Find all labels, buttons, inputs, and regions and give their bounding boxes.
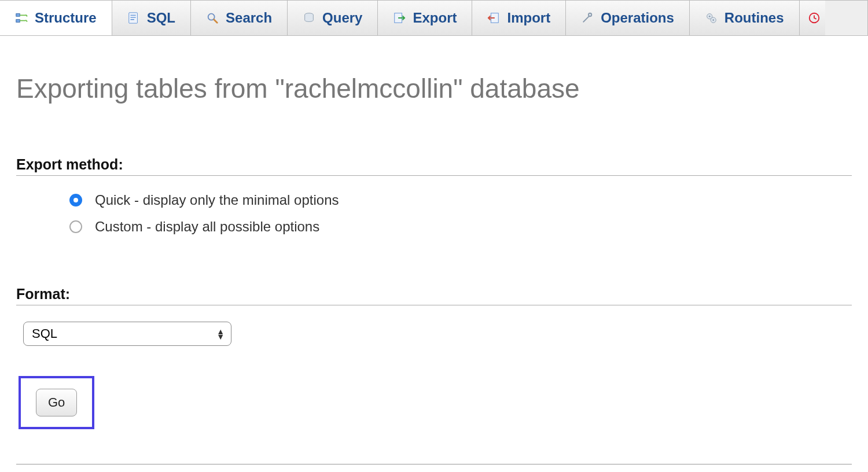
radio-input-custom[interactable] — [69, 220, 82, 233]
tab-sql[interactable]: SQL — [112, 1, 191, 35]
go-button-highlight: Go — [19, 376, 94, 429]
tab-label: Structure — [35, 10, 97, 26]
search-icon — [206, 12, 219, 24]
tab-label: Export — [413, 10, 457, 26]
tab-query[interactable]: Query — [288, 1, 378, 35]
page-title: Exporting tables from "rachelmccollin" d… — [16, 73, 852, 104]
footer-divider — [16, 464, 852, 464]
tab-label: Import — [507, 10, 550, 26]
svg-rect-0 — [16, 14, 20, 17]
structure-icon — [15, 12, 28, 24]
go-button[interactable]: Go — [36, 389, 77, 416]
tab-import[interactable]: Import — [472, 1, 566, 35]
svg-rect-2 — [128, 13, 137, 23]
tab-search[interactable]: Search — [191, 1, 288, 35]
svg-point-10 — [712, 19, 714, 21]
radio-custom[interactable]: Custom - display all possible options — [69, 219, 852, 235]
format-selected-value: SQL — [32, 326, 57, 341]
sql-icon — [127, 12, 140, 24]
routines-icon — [705, 12, 718, 24]
tab-bar: Structure SQL Search Query Export Import — [0, 0, 868, 36]
export-method-heading: Export method: — [16, 156, 852, 176]
tab-structure[interactable]: Structure — [0, 1, 112, 35]
svg-rect-1 — [16, 20, 20, 23]
tab-label: SQL — [147, 10, 175, 26]
radio-input-quick[interactable] — [69, 194, 82, 207]
export-icon — [393, 12, 406, 24]
tab-operations[interactable]: Operations — [566, 1, 690, 35]
main-content: Exporting tables from "rachelmccollin" d… — [0, 36, 868, 472]
tab-label: Search — [226, 10, 272, 26]
tab-label: Operations — [601, 10, 674, 26]
import-icon — [487, 12, 500, 24]
tab-label: Routines — [724, 10, 784, 26]
tab-more[interactable] — [800, 1, 825, 35]
query-icon — [303, 12, 315, 24]
clock-icon — [808, 12, 821, 24]
radio-label: Custom - display all possible options — [95, 219, 319, 235]
radio-quick[interactable]: Quick - display only the minimal options — [69, 192, 852, 208]
radio-label: Quick - display only the minimal options — [95, 192, 339, 208]
export-method-radios: Quick - display only the minimal options… — [16, 177, 852, 263]
svg-point-9 — [709, 16, 711, 17]
format-heading: Format: — [16, 286, 852, 305]
tab-label: Query — [322, 10, 362, 26]
tab-export[interactable]: Export — [378, 1, 472, 35]
tab-routines[interactable]: Routines — [690, 1, 800, 35]
format-select[interactable]: SQL — [23, 322, 231, 346]
operations-icon — [581, 12, 594, 24]
